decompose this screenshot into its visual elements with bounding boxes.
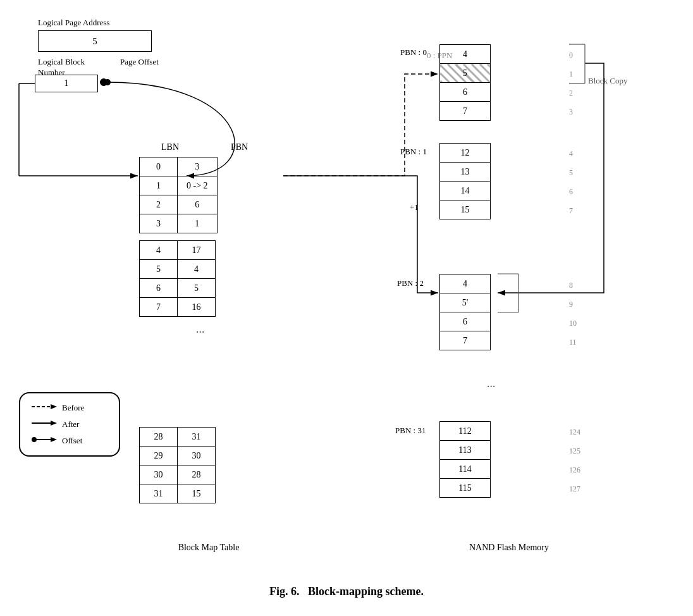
bmt-table2: 417 54 65 716	[139, 240, 216, 317]
cell: 30	[140, 465, 178, 484]
table-row: 10 -> 2	[140, 176, 218, 195]
table-row: 12	[440, 144, 491, 163]
table-row: 112	[440, 422, 491, 441]
svg-marker-3	[51, 421, 57, 426]
pbn2-label: PBN : 2	[397, 278, 424, 288]
pbn31-table: 112 113 114 115	[439, 421, 491, 498]
ppn0-numbers: 0123	[569, 46, 573, 121]
fig-title: Block-mapping scheme.	[308, 585, 424, 598]
plus-one-label: +1	[410, 202, 419, 213]
cell: 6	[140, 279, 178, 298]
page-offset-label: Page Offset	[120, 57, 159, 67]
lbn-box: 1	[35, 75, 98, 92]
table-row: 4	[440, 45, 491, 64]
svg-marker-6	[51, 437, 57, 442]
block-copy-label: Block Copy	[588, 76, 627, 86]
table-row: 3115	[140, 484, 216, 503]
cell: 13	[440, 163, 491, 182]
bmt-lbn-header: LBN	[161, 142, 179, 152]
cell: 5	[140, 260, 178, 279]
cell: 4	[178, 260, 216, 279]
cell: 29	[140, 447, 178, 465]
cell: 6	[440, 312, 491, 331]
table-row: 114	[440, 460, 491, 479]
bmt-ellipsis: ...	[196, 323, 205, 336]
legend-offset: Offset	[32, 435, 107, 447]
lpa-label: Logical Page Address	[38, 18, 109, 28]
after-label: After	[62, 419, 79, 429]
lpa-box: 5	[38, 30, 152, 52]
cell: 28	[178, 465, 216, 484]
after-line-icon	[32, 419, 57, 430]
table-row: 15	[440, 200, 491, 219]
cell: 1	[140, 176, 178, 195]
pbn1-label: PBN : 1	[400, 147, 427, 157]
table-row: 5'	[440, 293, 491, 312]
pbn2-table: 4 5' 6 7	[439, 274, 491, 350]
table-row: 2930	[140, 447, 216, 465]
cell: 0 -> 2	[178, 176, 218, 195]
cell: 0	[140, 157, 178, 176]
cell: 5	[178, 279, 216, 298]
cell: 3	[140, 214, 178, 233]
nand-ellipsis: ...	[487, 377, 496, 390]
cell: 4	[440, 45, 491, 64]
offset-line-icon	[32, 435, 57, 447]
cell: 115	[440, 479, 491, 498]
cell: 15	[178, 484, 216, 503]
table-row: 4	[440, 274, 491, 293]
cell: 4	[140, 241, 178, 260]
hatched-cell: 5	[440, 64, 491, 83]
pbn31-label: PBN : 31	[395, 426, 426, 436]
pbn0-table: 4 5 6 7	[439, 44, 491, 121]
bmt-table1: 03 10 -> 2 26 31	[139, 157, 218, 233]
table-row: 14	[440, 182, 491, 200]
lbn-value: 1	[64, 78, 69, 89]
svg-marker-1	[51, 404, 57, 409]
cell: 7	[440, 331, 491, 350]
cell: 5'	[440, 293, 491, 312]
cell: 4	[440, 274, 491, 293]
nand-title: NAND Flash Memory	[430, 543, 588, 553]
bmt-pbn-header: PBN	[231, 142, 248, 152]
cell: 7	[140, 298, 178, 317]
lpa-value: 5	[92, 36, 97, 47]
fig-label: Fig. 6.	[269, 585, 300, 598]
table-row: 31	[140, 214, 218, 233]
legend-box: Before After Offset	[19, 392, 120, 457]
table-row: 2831	[140, 428, 216, 447]
offset-label: Offset	[62, 436, 82, 446]
cell: 2	[140, 195, 178, 214]
table-row: 65	[140, 279, 216, 298]
table-row: 6	[440, 83, 491, 102]
pbn1-table: 12 13 14 15	[439, 143, 491, 219]
pbn0-label: PBN : 0	[400, 47, 427, 58]
cell: 6	[440, 83, 491, 102]
cell: 113	[440, 441, 491, 460]
cell: 30	[178, 447, 216, 465]
main-container: Logical Page Address 5 Logical BlockNumb…	[0, 0, 693, 616]
cell: 31	[178, 428, 216, 447]
table-row: 7	[440, 102, 491, 121]
table-row: 417	[140, 241, 216, 260]
cell: 3	[178, 157, 218, 176]
bmt-table3: 2831 2930 3028 3115	[139, 427, 216, 503]
table-row: 6	[440, 312, 491, 331]
table-row: 3028	[140, 465, 216, 484]
ppn2-numbers: 891011	[569, 276, 577, 352]
ppn31-numbers: 124125126127	[569, 422, 580, 498]
legend-before: Before	[32, 402, 107, 414]
table-row: 115	[440, 479, 491, 498]
cell: 12	[440, 144, 491, 163]
arrows-overlay	[0, 0, 693, 616]
cell: 7	[440, 102, 491, 121]
table-row: 113	[440, 441, 491, 460]
cell: 31	[140, 484, 178, 503]
cell: 6	[178, 195, 218, 214]
cell: 15	[440, 200, 491, 219]
cell: 17	[178, 241, 216, 260]
table-row: 13	[440, 163, 491, 182]
offset-dot	[100, 78, 107, 86]
cell: 28	[140, 428, 178, 447]
table-row: 54	[140, 260, 216, 279]
